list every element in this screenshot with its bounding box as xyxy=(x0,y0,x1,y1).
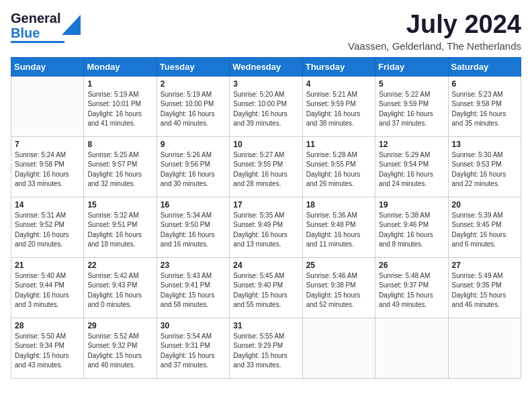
day-number: 18 xyxy=(306,200,371,210)
day-info: Sunrise: 5:31 AMSunset: 9:52 PMDaylight:… xyxy=(15,211,80,250)
calendar-cell: 30Sunrise: 5:54 AMSunset: 9:31 PMDayligh… xyxy=(157,318,229,378)
day-info: Sunrise: 5:38 AMSunset: 9:46 PMDaylight:… xyxy=(379,211,444,250)
title-block: July 2024 Vaassen, Gelderland, The Nethe… xyxy=(348,11,521,52)
col-header-saturday: Saturday xyxy=(448,57,521,76)
day-number: 3 xyxy=(233,79,298,89)
day-info: Sunrise: 5:19 AMSunset: 10:01 PMDaylight… xyxy=(87,90,152,129)
day-info: Sunrise: 5:35 AMSunset: 9:49 PMDaylight:… xyxy=(233,211,298,250)
svg-marker-0 xyxy=(62,15,81,35)
week-row-3: 14Sunrise: 5:31 AMSunset: 9:52 PMDayligh… xyxy=(11,197,521,257)
location-title: Vaassen, Gelderland, The Netherlands xyxy=(348,40,521,52)
day-number: 19 xyxy=(379,200,444,210)
col-header-thursday: Thursday xyxy=(302,57,375,76)
day-info: Sunrise: 5:36 AMSunset: 9:48 PMDaylight:… xyxy=(306,211,371,250)
calendar-cell: 14Sunrise: 5:31 AMSunset: 9:52 PMDayligh… xyxy=(11,197,84,257)
day-number: 23 xyxy=(161,261,226,270)
day-info: Sunrise: 5:52 AMSunset: 9:32 PMDaylight:… xyxy=(87,332,152,371)
day-number: 29 xyxy=(87,321,152,330)
day-info: Sunrise: 5:45 AMSunset: 9:40 PMDaylight:… xyxy=(233,271,298,310)
calendar-cell: 4Sunrise: 5:21 AMSunset: 9:59 PMDaylight… xyxy=(302,76,375,136)
day-number: 9 xyxy=(161,140,226,149)
day-number: 31 xyxy=(233,321,298,330)
calendar-cell: 21Sunrise: 5:40 AMSunset: 9:44 PMDayligh… xyxy=(11,257,84,318)
day-number: 5 xyxy=(379,79,444,89)
day-number: 26 xyxy=(379,261,444,270)
day-info: Sunrise: 5:21 AMSunset: 9:59 PMDaylight:… xyxy=(306,90,371,129)
calendar-cell: 29Sunrise: 5:52 AMSunset: 9:32 PMDayligh… xyxy=(84,318,157,378)
day-number: 24 xyxy=(233,261,298,270)
calendar-cell: 15Sunrise: 5:32 AMSunset: 9:51 PMDayligh… xyxy=(84,197,157,257)
day-info: Sunrise: 5:34 AMSunset: 9:50 PMDaylight:… xyxy=(161,211,226,250)
day-info: Sunrise: 5:49 AMSunset: 9:35 PMDaylight:… xyxy=(452,271,517,310)
day-info: Sunrise: 5:20 AMSunset: 10:00 PMDaylight… xyxy=(233,90,298,129)
day-info: Sunrise: 5:30 AMSunset: 9:53 PMDaylight:… xyxy=(452,150,517,189)
calendar-cell: 27Sunrise: 5:49 AMSunset: 9:35 PMDayligh… xyxy=(448,257,521,318)
calendar-cell: 1Sunrise: 5:19 AMSunset: 10:01 PMDayligh… xyxy=(84,76,157,136)
calendar-cell: 10Sunrise: 5:27 AMSunset: 9:55 PMDayligh… xyxy=(230,136,302,197)
calendar-cell: 23Sunrise: 5:43 AMSunset: 9:41 PMDayligh… xyxy=(157,257,229,318)
calendar-cell: 2Sunrise: 5:19 AMSunset: 10:00 PMDayligh… xyxy=(157,76,229,136)
logo-line2: Blue xyxy=(11,26,60,40)
day-number: 6 xyxy=(452,79,517,89)
col-header-wednesday: Wednesday xyxy=(230,57,302,76)
day-info: Sunrise: 5:39 AMSunset: 9:45 PMDaylight:… xyxy=(452,211,517,250)
day-info: Sunrise: 5:29 AMSunset: 9:54 PMDaylight:… xyxy=(379,150,444,189)
day-info: Sunrise: 5:27 AMSunset: 9:55 PMDaylight:… xyxy=(233,150,298,189)
day-number: 28 xyxy=(15,321,80,330)
day-info: Sunrise: 5:25 AMSunset: 9:57 PMDaylight:… xyxy=(87,150,152,189)
day-number: 7 xyxy=(15,140,80,149)
day-info: Sunrise: 5:43 AMSunset: 9:41 PMDaylight:… xyxy=(161,271,226,310)
day-number: 17 xyxy=(233,200,298,210)
week-row-4: 21Sunrise: 5:40 AMSunset: 9:44 PMDayligh… xyxy=(11,257,521,318)
day-number: 4 xyxy=(306,79,371,89)
day-number: 27 xyxy=(452,261,517,270)
day-info: Sunrise: 5:42 AMSunset: 9:43 PMDaylight:… xyxy=(87,271,152,310)
logo: General Blue xyxy=(11,11,81,43)
logo-underline xyxy=(11,41,64,43)
day-number: 16 xyxy=(161,200,226,210)
calendar-cell: 20Sunrise: 5:39 AMSunset: 9:45 PMDayligh… xyxy=(448,197,521,257)
calendar-cell: 22Sunrise: 5:42 AMSunset: 9:43 PMDayligh… xyxy=(84,257,157,318)
calendar-cell: 31Sunrise: 5:55 AMSunset: 9:29 PMDayligh… xyxy=(230,318,302,378)
day-number: 21 xyxy=(15,261,80,270)
calendar-cell: 5Sunrise: 5:22 AMSunset: 9:59 PMDaylight… xyxy=(375,76,448,136)
day-info: Sunrise: 5:32 AMSunset: 9:51 PMDaylight:… xyxy=(87,211,152,250)
calendar-table: SundayMondayTuesdayWednesdayThursdayFrid… xyxy=(11,57,521,379)
day-number: 14 xyxy=(15,200,80,210)
calendar-cell: 16Sunrise: 5:34 AMSunset: 9:50 PMDayligh… xyxy=(157,197,229,257)
day-info: Sunrise: 5:28 AMSunset: 9:55 PMDaylight:… xyxy=(306,150,371,189)
day-number: 8 xyxy=(87,140,152,149)
day-info: Sunrise: 5:24 AMSunset: 9:58 PMDaylight:… xyxy=(15,150,80,189)
calendar-cell: 11Sunrise: 5:28 AMSunset: 9:55 PMDayligh… xyxy=(302,136,375,197)
day-number: 11 xyxy=(306,140,371,149)
col-header-sunday: Sunday xyxy=(11,57,84,76)
day-info: Sunrise: 5:22 AMSunset: 9:59 PMDaylight:… xyxy=(379,90,444,129)
calendar-cell xyxy=(302,318,375,378)
day-number: 30 xyxy=(161,321,226,330)
week-row-1: 1Sunrise: 5:19 AMSunset: 10:01 PMDayligh… xyxy=(11,76,521,136)
calendar-cell: 17Sunrise: 5:35 AMSunset: 9:49 PMDayligh… xyxy=(230,197,302,257)
day-number: 12 xyxy=(379,140,444,149)
day-number: 2 xyxy=(161,79,226,89)
calendar-cell: 12Sunrise: 5:29 AMSunset: 9:54 PMDayligh… xyxy=(375,136,448,197)
calendar-cell: 26Sunrise: 5:48 AMSunset: 9:37 PMDayligh… xyxy=(375,257,448,318)
day-number: 22 xyxy=(87,261,152,270)
day-info: Sunrise: 5:54 AMSunset: 9:31 PMDaylight:… xyxy=(161,332,226,371)
day-number: 25 xyxy=(306,261,371,270)
calendar-cell: 8Sunrise: 5:25 AMSunset: 9:57 PMDaylight… xyxy=(84,136,157,197)
col-header-friday: Friday xyxy=(375,57,448,76)
calendar-cell xyxy=(11,76,84,136)
calendar-cell: 9Sunrise: 5:26 AMSunset: 9:56 PMDaylight… xyxy=(157,136,229,197)
day-info: Sunrise: 5:26 AMSunset: 9:56 PMDaylight:… xyxy=(161,150,226,189)
col-header-monday: Monday xyxy=(84,57,157,76)
day-number: 15 xyxy=(87,200,152,210)
day-info: Sunrise: 5:46 AMSunset: 9:38 PMDaylight:… xyxy=(306,271,371,310)
logo-line1: General xyxy=(11,11,60,26)
calendar-cell: 6Sunrise: 5:23 AMSunset: 9:58 PMDaylight… xyxy=(448,76,521,136)
day-info: Sunrise: 5:19 AMSunset: 10:00 PMDaylight… xyxy=(161,90,226,129)
day-number: 10 xyxy=(233,140,298,149)
calendar-cell: 7Sunrise: 5:24 AMSunset: 9:58 PMDaylight… xyxy=(11,136,84,197)
day-info: Sunrise: 5:23 AMSunset: 9:58 PMDaylight:… xyxy=(452,90,517,129)
calendar-cell: 13Sunrise: 5:30 AMSunset: 9:53 PMDayligh… xyxy=(448,136,521,197)
calendar-cell xyxy=(375,318,448,378)
